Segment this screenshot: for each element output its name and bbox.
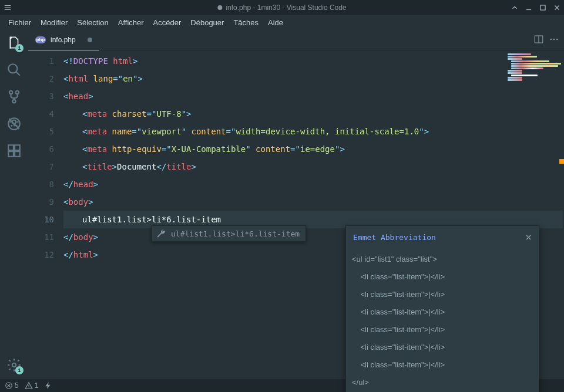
parameter-hint-tooltip: ul#list1.list>li*6.list-item: [152, 225, 306, 242]
explorer-icon[interactable]: 1: [6, 35, 22, 51]
menu-afficher[interactable]: Afficher: [113, 16, 149, 29]
editor-area: php info.php 123456789101112 <!DOCTYPE h…: [28, 30, 564, 379]
svg-point-2: [9, 91, 12, 94]
emmet-preview: <ul id="list1" class="list"> <li class="…: [346, 248, 539, 392]
menu-modifier[interactable]: Modifier: [36, 16, 72, 29]
svg-point-11: [12, 363, 16, 367]
debug-icon[interactable]: [6, 116, 22, 132]
emmet-close-icon[interactable]: ×: [525, 232, 532, 242]
wrench-icon: [156, 228, 166, 239]
error-icon: [5, 381, 13, 390]
split-editor-icon[interactable]: [533, 34, 544, 46]
minimize-icon[interactable]: [522, 1, 536, 15]
tab-info-php[interactable]: php info.php: [28, 30, 99, 50]
menu-aide[interactable]: Aide: [263, 16, 288, 29]
menu-taches[interactable]: Tâches: [229, 16, 263, 29]
menu-acceder[interactable]: Accéder: [149, 16, 186, 29]
svg-rect-0: [540, 5, 545, 9]
svg-rect-8: [8, 151, 14, 157]
status-sync[interactable]: [44, 381, 52, 390]
source-control-icon[interactable]: [6, 89, 22, 105]
activity-bar: 1 1: [0, 30, 28, 379]
svg-point-4: [12, 100, 15, 103]
menu-deboguer[interactable]: Déboguer: [186, 16, 229, 29]
explorer-badge: 1: [15, 44, 24, 52]
overview-marker: [559, 159, 564, 164]
chevron-up-icon[interactable]: [508, 1, 522, 15]
window-title: info.php - 1min30 - Visual Studio Code: [217, 4, 346, 12]
window-controls: [508, 1, 564, 15]
bolt-icon: [44, 381, 52, 390]
php-filetype-icon: php: [35, 36, 46, 43]
hamburger-menu-icon[interactable]: [0, 0, 15, 15]
svg-point-3: [16, 91, 19, 94]
settings-badge: 1: [15, 366, 24, 374]
search-icon[interactable]: [6, 62, 22, 78]
svg-point-14: [553, 38, 555, 40]
settings-gear-icon[interactable]: 1: [6, 357, 22, 373]
menubar: Fichier Modifier Sélection Afficher Accé…: [0, 15, 564, 30]
svg-rect-9: [15, 151, 20, 157]
svg-rect-10: [15, 145, 20, 150]
extensions-icon[interactable]: [6, 143, 22, 159]
menu-fichier[interactable]: Fichier: [4, 16, 36, 29]
more-actions-icon[interactable]: [549, 34, 559, 46]
emmet-abbreviation-popup: Emmet Abbreviation × <ul id="list1" clas…: [345, 225, 539, 392]
tab-modified-dot-icon: [88, 38, 92, 42]
modified-dot-icon: [217, 5, 222, 10]
emmet-popup-title: Emmet Abbreviation: [353, 233, 436, 242]
line-gutter: 123456789101112: [28, 50, 63, 379]
tab-label: info.php: [51, 36, 76, 44]
svg-point-15: [556, 38, 558, 40]
menu-selection[interactable]: Sélection: [72, 16, 113, 29]
status-warnings[interactable]: 1: [25, 381, 39, 390]
status-errors[interactable]: 5: [5, 381, 19, 390]
editor-body[interactable]: 123456789101112 <!DOCTYPE html> <html la…: [28, 50, 564, 379]
code-content[interactable]: <!DOCTYPE html> <html lang="en"> <head> …: [63, 50, 564, 379]
window-title-text: info.php - 1min30 - Visual Studio Code: [226, 4, 346, 12]
svg-point-1: [8, 64, 17, 73]
svg-point-13: [550, 38, 552, 40]
overview-ruler: [559, 51, 564, 379]
svg-rect-7: [8, 145, 14, 150]
close-icon[interactable]: [550, 1, 564, 15]
maximize-icon[interactable]: [536, 1, 550, 15]
tooltip-text: ul#list1.list>li*6.list-item: [171, 229, 300, 238]
tabs-row: php info.php: [28, 30, 564, 50]
main-area: 1 1 php info.php: [0, 30, 564, 379]
warning-icon: [25, 381, 33, 390]
titlebar: info.php - 1min30 - Visual Studio Code: [0, 0, 564, 15]
